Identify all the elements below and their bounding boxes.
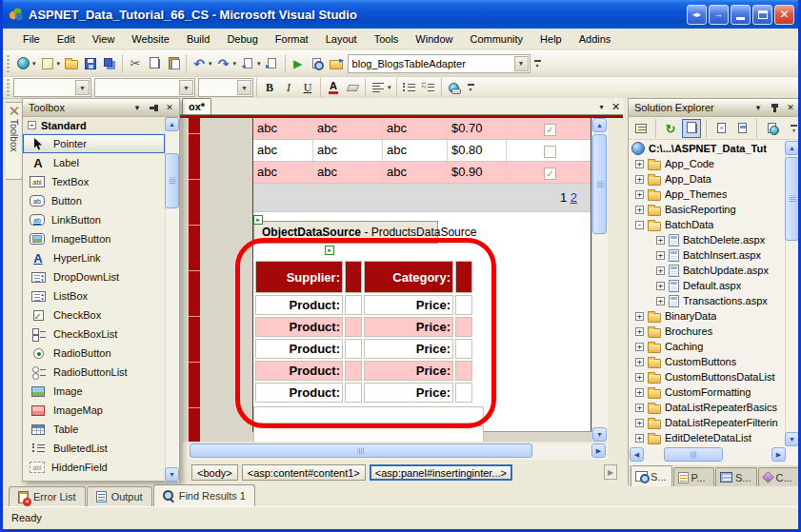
scroll-up-icon[interactable]: ▲ [592, 118, 607, 132]
align-dropdown[interactable]: ▾ [388, 84, 391, 91]
menu-community[interactable]: Community [461, 30, 531, 48]
close-button[interactable]: ✕ [774, 5, 794, 25]
menu-format[interactable]: Format [267, 30, 317, 48]
smart-tag-icon[interactable]: ▸ [253, 215, 263, 225]
scroll-right-icon[interactable]: ▶ [771, 447, 786, 462]
collapse-icon[interactable]: - [28, 121, 36, 129]
toolbox-section-standard[interactable]: - Standard [23, 117, 165, 134]
auto-hide-pin-icon[interactable] [768, 101, 781, 114]
tree-item-aspx-page[interactable]: +BatchUpdate.aspx [630, 263, 786, 278]
scroll-thumb[interactable] [190, 443, 532, 458]
tree-item-folder[interactable]: +App_Themes [630, 187, 786, 202]
copy-button[interactable] [145, 53, 164, 74]
undo-button[interactable] [190, 53, 209, 74]
tree-item-folder[interactable]: +CustomButtons [630, 354, 786, 369]
minimize-button[interactable] [731, 5, 751, 25]
align-left-button[interactable] [369, 77, 388, 98]
toolbox-item-radiobutton[interactable]: RadioButton [23, 344, 165, 363]
expand-icon[interactable]: + [656, 266, 665, 275]
bold-button[interactable]: B [260, 77, 279, 98]
expand-icon[interactable]: + [635, 343, 644, 351]
properties-button[interactable] [631, 119, 651, 138]
scroll-thumb[interactable] [664, 447, 723, 462]
cut-button[interactable] [126, 53, 145, 74]
grid-checkbox-checked[interactable]: ✓ [544, 124, 556, 136]
scroll-up-icon[interactable]: ▲ [785, 141, 799, 155]
font-size-combo[interactable]: ▼ [198, 78, 253, 97]
toolbox-scrollbar[interactable]: ▲ ▼ [165, 117, 179, 482]
switch-window-button[interactable]: ◂▸ [687, 5, 707, 25]
detach-window-button[interactable]: → [709, 5, 729, 25]
scroll-down-icon[interactable]: ▼ [592, 427, 607, 442]
save-button[interactable] [81, 53, 100, 74]
toolbar-overflow-chevron[interactable]: ▾ [534, 60, 541, 68]
toolbox-item-button[interactable]: Button [23, 191, 165, 210]
expand-icon[interactable]: + [635, 190, 644, 199]
tree-item-aspx-page[interactable]: +Default.aspx [630, 278, 786, 293]
tab-output[interactable]: Output [87, 486, 152, 506]
hyperlink-button[interactable] [445, 77, 464, 98]
nest-related-files-button[interactable] [682, 119, 701, 138]
scroll-thumb[interactable] [165, 153, 179, 208]
title-bar[interactable]: ASPNET_Data_Tutorial_66_CS - Microsoft V… [3, 0, 798, 29]
new-website-dropdown[interactable]: ▾ [32, 60, 36, 68]
view-code-button[interactable] [711, 119, 731, 138]
redo-button[interactable] [214, 53, 233, 74]
underline-button[interactable]: U [298, 77, 317, 98]
close-toolbox-icon[interactable]: ✕ [163, 101, 176, 114]
tree-item-folder[interactable]: +Brochures [630, 324, 786, 339]
expand-icon[interactable]: + [656, 297, 665, 305]
breadcrumb-panel-tag[interactable]: <asp:panel#insertinginter...> [370, 464, 512, 481]
grid-checkbox-checked[interactable]: ✓ [544, 167, 556, 180]
solution-explorer-title-bar[interactable]: Solution Explorer ▾ ✕ [629, 99, 800, 117]
maximize-button[interactable] [752, 5, 772, 25]
font-name-combo[interactable]: ▼ [94, 78, 195, 97]
toolbox-item-imagemap[interactable]: ImageMap [23, 401, 165, 420]
toolbox-item-label-control[interactable]: Label [23, 153, 165, 172]
tree-item-folder[interactable]: +BasicReporting [630, 202, 786, 217]
toolbar-overflow-chevron[interactable]: ▾ [791, 125, 797, 132]
expand-icon[interactable]: + [635, 419, 644, 427]
tab-server-explorer[interactable]: S... [715, 467, 757, 486]
refresh-button[interactable] [661, 119, 680, 138]
table-adapter-combo[interactable]: blog_BlogsTableAdapter ▼ [348, 54, 531, 73]
toolbox-title-bar[interactable]: Toolbox ▾ ✕ [23, 99, 179, 117]
design-vertical-scrollbar[interactable]: ▲ ▼ [591, 118, 608, 442]
start-debugging-button[interactable] [289, 53, 308, 74]
document-tab[interactable]: ox* [182, 98, 211, 114]
add-item-button[interactable] [38, 53, 57, 74]
scroll-thumb[interactable] [785, 157, 799, 241]
redo-dropdown[interactable]: ▾ [233, 60, 237, 68]
toolbar-overflow-chevron[interactable]: ▾ [468, 84, 474, 91]
menu-view[interactable]: View [84, 30, 124, 48]
tree-item-folder[interactable]: +EditDeleteDataList [630, 430, 786, 445]
toolbox-item-checkbox[interactable]: CheckBox [23, 305, 165, 325]
expand-icon[interactable]: + [635, 388, 644, 397]
toolbox-item-dropdownlist[interactable]: DropDownList [23, 267, 165, 286]
tab-solution-explorer[interactable]: S... [631, 465, 672, 486]
toolbox-item-imagebutton[interactable]: ImageButton [23, 229, 165, 248]
preview-in-browser-button[interactable] [308, 53, 327, 74]
document-list-dropdown-icon[interactable]: ▾ [594, 100, 609, 114]
tree-item-folder[interactable]: +DataListRepeaterBasics [630, 400, 786, 415]
italic-button[interactable]: I [279, 77, 298, 98]
open-with-button[interactable] [327, 53, 346, 74]
toolbox-item-radiobuttonlist[interactable]: RadioButtonList [23, 363, 165, 382]
menu-debug[interactable]: Debug [218, 30, 266, 48]
toolbox-item-hiddenfield[interactable]: HiddenField [23, 458, 165, 477]
expand-icon[interactable]: + [635, 206, 644, 214]
menu-tools[interactable]: Tools [366, 30, 408, 48]
foreground-color-button[interactable]: A [324, 77, 343, 98]
tree-item-folder[interactable]: +Caching [630, 339, 786, 354]
save-all-button[interactable] [100, 53, 119, 74]
design-horizontal-scrollbar[interactable]: ▶ [188, 443, 608, 460]
expand-icon[interactable]: + [635, 404, 644, 412]
tree-item-folder[interactable]: +DataListRepeaterFilterin [630, 415, 786, 430]
toolbox-item-linkbutton[interactable]: LinkButton [23, 210, 165, 229]
auto-hide-pin-icon[interactable] [147, 101, 160, 114]
tree-item-folder[interactable]: +CustomFormatting [630, 384, 786, 400]
combo-dropdown-arrow[interactable]: ▼ [514, 56, 529, 71]
pager-page-link[interactable]: 2 [571, 190, 577, 205]
expand-icon[interactable]: + [656, 236, 665, 245]
new-website-button[interactable] [13, 53, 32, 74]
